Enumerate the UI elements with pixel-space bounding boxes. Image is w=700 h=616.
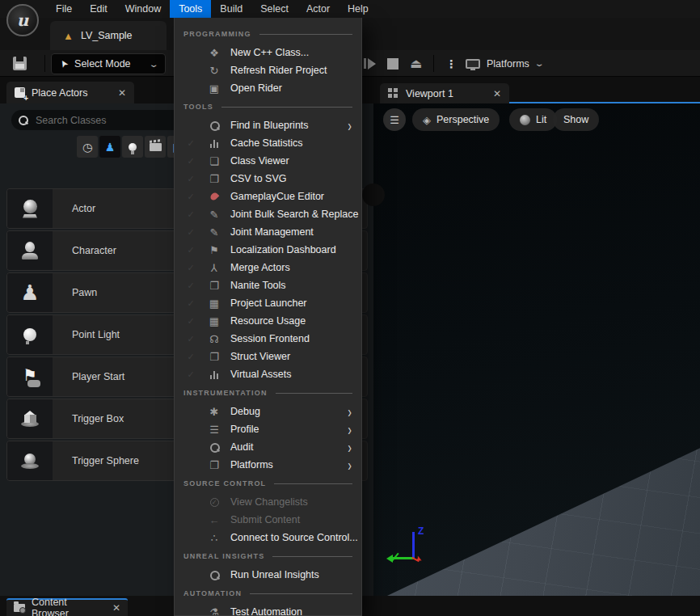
menu-item-resource-usage[interactable]: ✓▦Resource Usage: [175, 312, 361, 330]
actor-icon-cell: [7, 315, 53, 354]
menu-item-localization-dashboard[interactable]: ✓⚑Localization Dashboard: [175, 241, 361, 259]
unreal-logo[interactable]: u: [6, 4, 39, 36]
terminal-icon: ▣: [207, 82, 221, 95]
section-divider: [276, 393, 352, 394]
flag-icon: ⚑: [207, 244, 221, 256]
platforms-dropdown[interactable]: Platforms ⌄: [466, 50, 542, 77]
menu-item-project-launcher[interactable]: ✓▦Project Launcher: [175, 294, 361, 312]
check-mark: ✓: [183, 156, 199, 167]
menu-item-submit-content: ←Submit Content: [175, 511, 361, 529]
occluded-round-button: [362, 184, 385, 206]
menu-item-connect-to-source-control[interactable]: ∴Connect to Source Control...: [175, 529, 361, 546]
tab-content-browser[interactable]: Content Browser ✕: [6, 598, 128, 616]
menu-actor[interactable]: Actor: [297, 0, 339, 18]
menu-item-platforms[interactable]: ❐Platforms›: [175, 456, 361, 474]
menu-select[interactable]: Select: [251, 0, 297, 18]
tab-viewport-1[interactable]: Viewport 1 ✕: [380, 83, 509, 103]
menu-item-struct-viewer[interactable]: ✓❐Struct Viewer: [175, 348, 361, 365]
select-mode-dropdown[interactable]: ➤ Select Mode ⌄: [51, 53, 166, 74]
menu-item-test-automation[interactable]: ⚗Test Automation: [175, 603, 361, 616]
menu-item-open-rider[interactable]: ▣Open Rider: [175, 79, 361, 97]
lit-sphere-icon: [520, 115, 530, 125]
menu-item-label: Resource Usage: [230, 315, 361, 327]
menu-file[interactable]: File: [47, 0, 81, 18]
menu-item-label: Debug: [230, 406, 348, 417]
close-icon[interactable]: ✕: [118, 87, 126, 99]
category-lights-button[interactable]: [122, 136, 143, 158]
eject-button[interactable]: ⏏: [410, 56, 422, 71]
broadcast-icon: ☊: [207, 333, 221, 345]
category-basic-button[interactable]: ♟: [99, 136, 120, 158]
menu-item-label: Profile: [230, 424, 348, 435]
menu-item-csv-to-svg[interactable]: ✓❐CSV to SVG: [175, 170, 361, 188]
menu-item-gameplaycue-editor[interactable]: ✓GameplayCue Editor: [175, 188, 361, 205]
menu-item-refresh-rider-project[interactable]: ↻Refresh Rider Project: [175, 61, 361, 79]
menu-item-label: Connect to Source Control...: [230, 532, 361, 543]
viewport[interactable]: ☰ ◈ Perspective Lit Show Z ➤: [373, 103, 700, 596]
level-tab[interactable]: ▲ LV_Sample: [50, 21, 167, 50]
chevron-down-icon: ⌄: [148, 60, 158, 69]
menu-item-find-in-blueprints[interactable]: Find in Blueprints›: [175, 116, 361, 134]
lit-dropdown[interactable]: Lit: [509, 108, 557, 131]
save-icon[interactable]: [13, 57, 27, 70]
flag-gamepad-icon: ⚑: [19, 367, 40, 387]
check-mark: ✓: [183, 263, 199, 273]
skip-button[interactable]: [364, 58, 376, 70]
menu-item-joint-management[interactable]: ✓✎Joint Management: [175, 223, 361, 241]
submenu-chevron-icon: ›: [348, 438, 361, 456]
bug-icon: ✱: [207, 406, 221, 418]
perspective-dropdown[interactable]: ◈ Perspective: [412, 108, 500, 131]
menu-window[interactable]: Window: [116, 0, 170, 18]
menu-item-label: Class Viewer: [230, 155, 361, 167]
menu-item-audit[interactable]: Audit›: [175, 438, 361, 456]
section-header-automation: AUTOMATION: [175, 584, 361, 603]
level-icon: ▲: [63, 30, 74, 42]
section-header-instrumentation: INSTRUMENTATION: [175, 383, 361, 403]
menu-item-merge-actors[interactable]: ✓⅄Merge Actors: [175, 259, 361, 276]
menu-item-label: Joint Bulk Search & Replace: [230, 209, 361, 220]
menu-item-virtual-assets[interactable]: ✓Virtual Assets: [175, 365, 361, 383]
menu-item-joint-bulk-search-replace[interactable]: ✓✎Joint Bulk Search & Replace: [175, 205, 361, 223]
menu-help[interactable]: Help: [339, 0, 377, 18]
menu-bar: FileEditWindowToolsBuildSelectActorHelp: [0, 0, 700, 18]
section-header-tools: TOOLS: [175, 97, 361, 116]
tab-place-actors[interactable]: Place Actors ✕: [6, 82, 134, 103]
menu-item-label: New C++ Class...: [230, 47, 361, 58]
category-recently-placed-button[interactable]: ◷: [77, 136, 98, 158]
viewport-menu-button[interactable]: ☰: [383, 108, 406, 131]
actor-label: Player Start: [53, 357, 124, 396]
menu-item-session-frontend[interactable]: ✓☊Session Frontend: [175, 330, 361, 348]
flask-icon: ⚗: [207, 606, 221, 616]
submenu-chevron-icon: ›: [348, 420, 361, 438]
platforms-icon: [466, 59, 480, 69]
menu-item-run-unreal-insights[interactable]: Run Unreal Insights: [175, 566, 361, 584]
category-cinematic-button[interactable]: [145, 136, 166, 158]
menu-tools[interactable]: Tools: [170, 0, 211, 18]
menu-item-debug[interactable]: ✱Debug›: [175, 403, 361, 420]
chart-icon: [207, 139, 221, 148]
close-icon[interactable]: ✕: [493, 88, 501, 99]
menu-edit[interactable]: Edit: [81, 0, 116, 18]
menu-build[interactable]: Build: [211, 0, 251, 18]
bulb-icon: [23, 328, 36, 341]
menu-item-cache-statistics[interactable]: ✓Cache Statistics: [175, 134, 361, 152]
menu-item-profile[interactable]: ☰Profile›: [175, 420, 361, 438]
category-filter-row: ◷♟◧: [77, 136, 188, 158]
flame-icon: [207, 192, 221, 200]
perspective-label: Perspective: [436, 114, 489, 125]
stop-button[interactable]: [387, 58, 398, 70]
menu-item-class-viewer[interactable]: ✓❏Class Viewer: [175, 152, 361, 170]
section-header-unreal-insights: UNREAL INSIGHTS: [175, 546, 361, 566]
menu-item-nanite-tools[interactable]: ✓❐Nanite Tools: [175, 276, 361, 294]
section-header-label: AUTOMATION: [183, 589, 242, 597]
play-controls: ⏏ ⋮: [364, 50, 457, 77]
menu-item-new-c-class[interactable]: ❖New C++ Class...: [175, 44, 361, 61]
cpp-class-icon: ❖: [207, 47, 221, 59]
circle-check-icon: ✓: [207, 498, 221, 507]
show-dropdown[interactable]: Show: [553, 108, 599, 131]
actor-icon-cell: [7, 399, 53, 438]
check-mark: ✓: [183, 209, 199, 220]
menu-item-label: CSV to SVG: [230, 173, 361, 184]
more-options-button[interactable]: ⋮: [445, 57, 457, 70]
close-icon[interactable]: ✕: [112, 602, 120, 614]
